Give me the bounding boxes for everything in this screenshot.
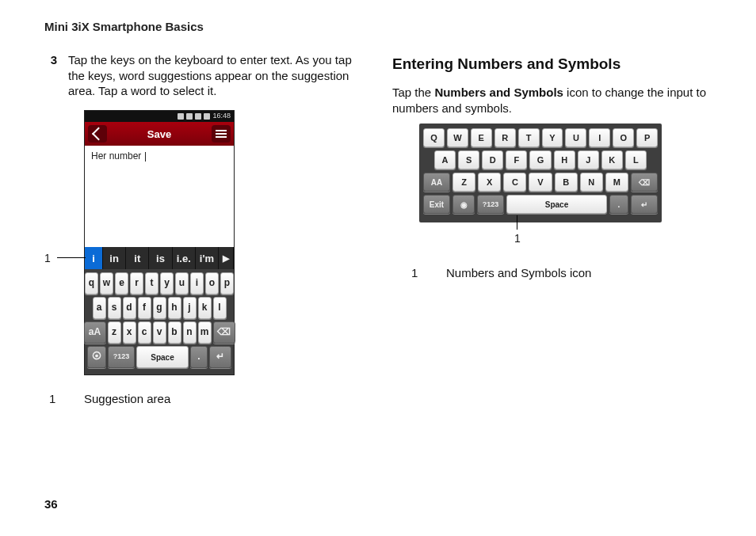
key[interactable]: Y [542, 128, 563, 147]
key[interactable]: u [175, 272, 189, 295]
key[interactable]: U [565, 128, 586, 147]
numbers-symbols-key[interactable]: ?123 [477, 195, 504, 214]
key[interactable]: A [434, 150, 456, 169]
keyboard-row: a s d f g h j k l [87, 297, 231, 319]
key[interactable]: m [198, 321, 212, 344]
entered-text: Her number [91, 150, 144, 162]
key[interactable]: F [506, 150, 527, 169]
keyboard-row: Q W E R T Y U I O P [423, 128, 658, 147]
key[interactable]: O [613, 128, 634, 147]
key[interactable]: B [555, 173, 578, 192]
key[interactable]: k [198, 297, 212, 319]
key[interactable]: d [123, 297, 136, 319]
period-key[interactable]: . [609, 195, 628, 214]
key[interactable]: n [183, 321, 197, 344]
key[interactable]: M [605, 173, 628, 192]
key[interactable]: t [145, 272, 158, 295]
key[interactable]: L [625, 150, 647, 169]
key[interactable]: o [205, 272, 219, 295]
numbers-symbols-key[interactable]: ?123 [108, 346, 135, 368]
key[interactable]: p [220, 272, 234, 295]
key[interactable]: S [458, 150, 479, 169]
suggestion-item[interactable]: i'm [196, 247, 219, 269]
key[interactable]: K [601, 150, 623, 169]
backspace-key[interactable]: ⌫ [213, 321, 235, 344]
callout-leader-line [517, 215, 517, 230]
key[interactable]: j [183, 297, 197, 319]
key[interactable]: C [503, 173, 526, 192]
key[interactable]: H [554, 150, 575, 169]
suggestion-more[interactable]: ▶ [219, 247, 234, 269]
key[interactable]: V [529, 173, 552, 192]
backspace-key[interactable]: ⌫ [631, 173, 658, 192]
shift-key[interactable]: AA [423, 173, 450, 192]
language-key[interactable]: ⦿ [87, 346, 106, 368]
callout-number-1: 1 [514, 231, 521, 245]
key[interactable]: i [190, 272, 204, 295]
legend-text: Numbers and Symbols icon [446, 265, 591, 281]
key[interactable]: D [482, 150, 503, 169]
key[interactable]: R [494, 128, 516, 147]
key[interactable]: Z [452, 173, 475, 192]
page-number: 36 [44, 496, 58, 512]
key[interactable]: N [580, 173, 603, 192]
suggestion-item[interactable]: in [103, 247, 126, 269]
key[interactable]: T [518, 128, 540, 147]
keyboard-row: AA Z X C V B N M ⌫ [423, 173, 658, 192]
shift-key[interactable]: aA [84, 321, 106, 344]
status-time: 16:48 [212, 112, 231, 121]
keyboard-row: A S D F G H J K L [423, 150, 658, 169]
key[interactable]: l [213, 297, 227, 319]
callout-number-1: 1 [44, 251, 51, 265]
keyboard-row: Exit ◉ ?123 Space . ↵ [423, 195, 658, 214]
key[interactable]: z [108, 321, 121, 344]
key[interactable]: y [160, 272, 174, 295]
key[interactable]: I [589, 128, 610, 147]
suggestion-item[interactable]: is [149, 247, 172, 269]
figure-phone-screenshot: 1 16:48 Save [44, 110, 364, 375]
key[interactable]: J [578, 150, 599, 169]
key[interactable]: P [636, 128, 658, 147]
key[interactable]: Q [423, 128, 445, 147]
key[interactable]: G [529, 150, 551, 169]
suggestion-item[interactable]: it [126, 247, 149, 269]
key[interactable]: X [478, 173, 501, 192]
text-input-area[interactable]: Her number [85, 146, 234, 247]
space-key[interactable]: Space [506, 195, 607, 214]
exit-key[interactable]: Exit [423, 195, 450, 214]
callout-leader-line [57, 257, 86, 258]
key[interactable]: q [85, 272, 98, 295]
key[interactable]: h [168, 297, 181, 319]
period-key[interactable]: . [190, 346, 208, 368]
key[interactable]: E [471, 128, 492, 147]
enter-key[interactable]: ↵ [209, 346, 231, 368]
key[interactable]: c [138, 321, 151, 344]
suggestion-item[interactable]: i [85, 247, 103, 269]
enter-key[interactable]: ↵ [631, 195, 658, 214]
key[interactable]: a [93, 297, 106, 319]
key[interactable]: g [153, 297, 166, 319]
key[interactable]: f [138, 297, 151, 319]
key[interactable]: b [168, 321, 181, 344]
back-button[interactable] [88, 125, 107, 143]
key[interactable]: x [123, 321, 136, 344]
section-paragraph: Tap the Numbers and Symbols icon to chan… [392, 85, 712, 116]
suggestion-item[interactable]: i.e. [173, 247, 196, 269]
running-title: Mini 3iX Smartphone Basics [44, 19, 712, 35]
right-column: Entering Numbers and Symbols Tap the Num… [392, 52, 712, 407]
key[interactable]: s [108, 297, 121, 319]
figure-legend: 1 Numbers and Symbols icon [411, 265, 712, 281]
figure-legend: 1 Suggestion area [49, 391, 364, 407]
menu-button[interactable] [212, 125, 231, 143]
key[interactable]: v [153, 321, 166, 344]
language-key[interactable]: ◉ [452, 195, 475, 214]
legend-text: Suggestion area [84, 391, 170, 407]
key[interactable]: w [100, 272, 113, 295]
key[interactable]: r [130, 272, 143, 295]
keyboard-row: aA z x c v b n m ⌫ [87, 321, 231, 344]
key[interactable]: W [447, 128, 468, 147]
phone-mock: 16:48 Save Her number i in it is [84, 110, 235, 375]
key[interactable]: e [115, 272, 128, 295]
legend-number: 1 [49, 391, 60, 407]
space-key[interactable]: Space [136, 346, 189, 368]
